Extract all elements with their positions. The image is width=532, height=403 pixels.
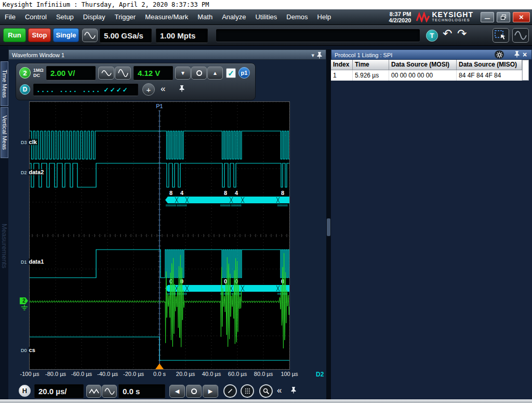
plus-icon: + — [147, 85, 151, 94]
menu-item[interactable]: Math — [193, 9, 217, 25]
x-axis-tick-label: -40.0 µs — [97, 371, 118, 377]
scale-increase-button[interactable] — [115, 67, 131, 80]
menu-item[interactable]: Demos — [282, 9, 312, 25]
add-button[interactable]: + — [142, 83, 155, 96]
x-axis-tick-label: 40.0 µs — [202, 371, 221, 377]
stop-button[interactable]: Stop — [28, 28, 51, 42]
waveform-tool-button[interactable] — [512, 28, 529, 43]
acquisition-mode-button[interactable] — [82, 29, 98, 42]
horizontal-position-display[interactable]: 0.0 s — [118, 384, 165, 398]
menu-item[interactable]: Control — [20, 9, 51, 25]
arrow-left-icon: ◀ — [175, 388, 179, 395]
magnifier-icon — [262, 387, 270, 395]
protocol-settings-button[interactable] — [495, 50, 504, 59]
sample-rate-display[interactable]: 5.00 GSa/s — [100, 29, 152, 43]
chevron-down-icon: ▼ — [180, 70, 185, 76]
probe-p1-badge[interactable]: p1 — [238, 67, 250, 79]
waveform-canvas[interactable]: 8484800000P1 — [30, 102, 289, 369]
memory-depth-display[interactable]: 1.00 Mpts — [156, 29, 208, 43]
vertical-offset-display[interactable]: 4.12 V — [134, 66, 173, 80]
display-intensity-button[interactable] — [241, 384, 254, 398]
x-axis-tick-label: -20.0 µs — [123, 371, 144, 377]
selection-tool-button[interactable] — [493, 28, 509, 43]
offset-zero-button[interactable] — [191, 67, 207, 80]
waveform-plot[interactable]: 8484800000P1 — [29, 101, 290, 370]
splitter-grip[interactable] — [327, 218, 330, 236]
menu-item[interactable]: Trigger — [110, 9, 140, 25]
menu-item[interactable]: Display — [78, 9, 110, 25]
chevron-up-icon: ▲ — [212, 70, 218, 76]
clock: 8:37 PM 4/2/2020 — [389, 11, 411, 23]
listing-scrollbar[interactable] — [522, 60, 529, 81]
menu-bar: FileControlSetupDisplayTriggerMeasure/Ma… — [0, 9, 532, 25]
pin-icon[interactable] — [178, 85, 185, 92]
tab-time-meas[interactable]: Time Meas — [1, 61, 8, 106]
main-toolbar: Run Stop Single 5.00 GSa/s 1.00 Mpts T ↶… — [0, 25, 532, 46]
scale-decrease-button[interactable] — [98, 67, 114, 80]
circle-icon — [191, 388, 197, 394]
restore-button[interactable] — [497, 12, 510, 22]
coupling-label[interactable]: 1MΩ DC — [33, 68, 44, 78]
offset-up-button[interactable]: ▲ — [207, 67, 223, 80]
run-button[interactable]: Run — [3, 28, 26, 42]
x-axis-tick-label: 0.0 s — [153, 371, 166, 377]
channel-2-badge[interactable]: 2 — [19, 67, 31, 79]
zoom-mode-button[interactable] — [223, 384, 237, 398]
timebase-zoom-out-button[interactable] — [86, 385, 101, 398]
pan-left-button[interactable]: ◀ — [169, 385, 185, 398]
pin-icon[interactable] — [290, 386, 297, 394]
minimize-button[interactable]: — — [481, 12, 494, 22]
redo-button[interactable]: ↷ — [457, 27, 467, 41]
protocol-panel-title: Protocol 1 Listing : SPI — [335, 52, 392, 58]
waveform-window-title: Waveform Window 1 — [12, 52, 64, 58]
column-header[interactable]: Time — [353, 60, 389, 70]
menu-item[interactable]: Setup — [51, 9, 78, 25]
acquisition-preview-strip[interactable] — [216, 29, 420, 42]
pan-right-button[interactable]: ▶ — [203, 385, 218, 398]
signal-label-d0[interactable]: D0 cs — [21, 347, 36, 353]
sine-wave-icon — [104, 388, 115, 395]
keysight-logo: KEYSIGHT TECHNOLOGIES — [416, 11, 473, 22]
column-header[interactable]: Data Source (MISO) — [457, 60, 522, 70]
listing-row[interactable]: 1 5.926 µs 00 00 00 00 00 84 4F 84 4F 84 — [331, 70, 522, 81]
menu-item[interactable]: Measure/Mark — [140, 9, 193, 25]
protocol-close-button[interactable]: × — [523, 49, 527, 60]
column-header[interactable]: Data Source (MOSI) — [389, 60, 457, 70]
undo-button[interactable]: ↶ — [443, 27, 452, 41]
trigger-badge[interactable]: T — [426, 30, 438, 42]
timebase-display[interactable]: 20.0 µs/ — [34, 384, 84, 398]
tab-vertical-meas[interactable]: Vertical Meas — [1, 107, 8, 158]
collapse-button[interactable]: « — [277, 385, 282, 396]
menu-item-list: FileControlSetupDisplayTriggerMeasure/Ma… — [0, 9, 336, 25]
timebase-zoom-in-button[interactable] — [102, 385, 117, 398]
signal-label-d2[interactable]: D2 data2 — [21, 169, 44, 175]
single-button[interactable]: Single — [53, 28, 79, 42]
sine-wave-icon — [84, 32, 96, 39]
menu-item[interactable]: File — [0, 9, 20, 25]
digital-bus-badge[interactable]: D — [20, 84, 30, 95]
menu-item[interactable]: Analyze — [217, 9, 250, 25]
waveform-window-header[interactable]: Waveform Window 1 ▾ — [8, 49, 326, 60]
pin-icon[interactable] — [513, 50, 521, 58]
channel-enable-checkbox[interactable]: ✓ — [226, 68, 236, 78]
signal-label-d3[interactable]: D3 clk — [21, 139, 37, 145]
signal-label-d1[interactable]: D1 data1 — [21, 258, 44, 265]
close-button[interactable]: × — [513, 12, 530, 22]
search-button[interactable] — [259, 384, 273, 398]
pin-icon[interactable] — [316, 51, 323, 59]
chevron-down-icon[interactable]: ▾ — [311, 50, 314, 60]
oscilloscope-application: Keysight Infiniium : Thursday, April 2, … — [0, 0, 532, 403]
menu-item[interactable]: Utilities — [250, 9, 282, 25]
close-icon: × — [519, 12, 524, 21]
offset-down-button[interactable]: ▼ — [175, 67, 191, 80]
menu-item[interactable]: Help — [313, 9, 336, 25]
position-zero-button[interactable] — [186, 385, 202, 398]
sine-wave-large-icon — [118, 69, 128, 77]
vertical-scale-display[interactable]: 2.00 V/ — [46, 66, 96, 80]
column-header[interactable]: Index — [331, 60, 353, 70]
horizontal-badge[interactable]: H — [19, 385, 31, 397]
svg-text:8: 8 — [169, 190, 172, 196]
sine-wave-small-icon — [101, 70, 112, 76]
collapse-button[interactable]: « — [161, 84, 165, 94]
digital-channel-display[interactable]: .... .... .... ✓✓✓✓ — [33, 84, 138, 96]
